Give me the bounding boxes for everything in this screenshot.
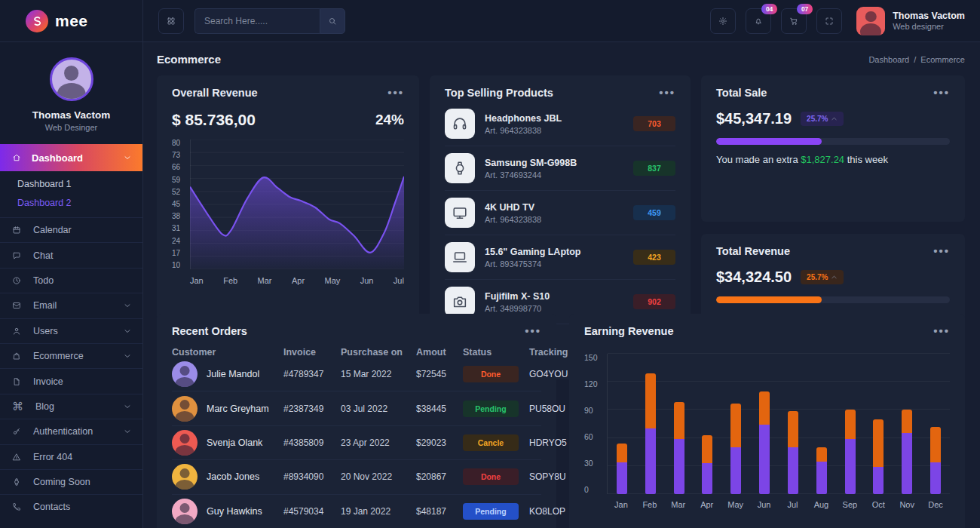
x-tick-label: Jul xyxy=(394,276,404,285)
customer-avatar xyxy=(172,499,198,524)
notification-badge: 04 xyxy=(761,4,777,14)
sidebar-item-ecommerce[interactable]: Ecommerce xyxy=(0,343,142,368)
sidebar-subitem-dashboard-1[interactable]: Dashboard 1 xyxy=(17,179,142,189)
product-thumbnail xyxy=(445,287,475,317)
bell-button[interactable]: 04 xyxy=(746,8,771,34)
search-button[interactable] xyxy=(320,8,345,34)
user-menu[interactable]: Thomas Vactom Web designer xyxy=(856,7,965,35)
topbar-left xyxy=(158,8,345,34)
chevron-down-icon xyxy=(123,301,132,310)
apps-menu-button[interactable] xyxy=(158,8,184,34)
column-header: Tracking xyxy=(529,347,568,358)
product-thumbnail xyxy=(445,198,475,228)
ellipsis-icon[interactable]: ••• xyxy=(659,89,675,97)
sidebar-item-email[interactable]: Email xyxy=(0,293,142,318)
status-badge: Cancle xyxy=(463,434,519,451)
column-header: Pusrchase on xyxy=(341,347,416,358)
recent-orders-card: Recent Orders ••• CustomerInvoicePusrcha… xyxy=(157,314,556,528)
expand-button[interactable] xyxy=(816,8,842,34)
tv-icon xyxy=(452,204,468,221)
bar-segment-top xyxy=(730,404,741,447)
product-count-badge: 459 xyxy=(633,205,675,220)
bar-stack xyxy=(730,404,741,494)
total-sale-amount: $45,347.19 xyxy=(716,110,792,127)
sidebar-subitem-dashboard-2[interactable]: Dashboard 2 xyxy=(17,198,142,208)
breadcrumb-separator: / xyxy=(914,55,916,64)
product-article: Art. 374693244 xyxy=(485,170,623,180)
sidebar-item-chat[interactable]: Chat xyxy=(0,242,142,267)
app-root: mee 0407 Thomas Vactom Web designer xyxy=(0,0,980,528)
brand-logo[interactable]: mee xyxy=(0,0,143,41)
product-list-item: 4K UHD TV Art. 964323838 459 xyxy=(445,191,675,235)
bar-segment-top xyxy=(873,419,884,467)
sidebar-item-dashboard[interactable]: Dashboard xyxy=(0,144,142,171)
bar-feb xyxy=(636,354,665,494)
area-chart-x-axis: JanFebMarAprMayJunJul xyxy=(190,276,404,285)
phone-icon xyxy=(12,502,21,511)
sidebar-item-error-404[interactable]: Error 404 xyxy=(0,444,142,469)
order-amount: $38445 xyxy=(416,404,463,414)
sidebar-item-users[interactable]: Users xyxy=(0,318,142,343)
product-name: Fujifilm X- S10 xyxy=(485,290,623,302)
ellipsis-icon[interactable]: ••• xyxy=(933,89,950,97)
product-count-badge: 423 xyxy=(633,250,675,265)
ellipsis-icon[interactable]: ••• xyxy=(387,89,404,97)
breadcrumb-ecommerce[interactable]: Ecommerce xyxy=(920,55,965,64)
customer-avatar xyxy=(172,464,198,490)
ellipsis-icon[interactable]: ••• xyxy=(525,327,541,335)
total-revenue-amount: $34,324.50 xyxy=(716,269,792,286)
search-input[interactable] xyxy=(194,8,320,34)
sidebar-item-coming-soon[interactable]: Coming Soon xyxy=(0,469,142,494)
bar-dec xyxy=(921,354,950,494)
bar-may xyxy=(721,354,750,494)
key-icon xyxy=(12,427,21,436)
sidebar-item-todo[interactable]: Todo xyxy=(0,268,142,293)
sidebar-item-label: Contacts xyxy=(33,502,132,512)
x-tick-label: Oct xyxy=(864,500,893,509)
customer-avatar xyxy=(172,430,198,456)
y-tick-label: 73 xyxy=(172,152,190,159)
bar-nov xyxy=(893,354,921,494)
bar-segment-bottom xyxy=(702,463,712,494)
gear-button[interactable] xyxy=(710,8,736,34)
table-row: Jacob Jones #8934090 20 Nov 2022 $20867 … xyxy=(172,460,541,494)
column-header: Amout xyxy=(416,347,463,358)
ellipsis-icon[interactable]: ••• xyxy=(933,327,950,335)
bag-icon xyxy=(12,351,21,361)
table-row: Svenja Olank #4385809 23 Apr 2022 $29023… xyxy=(172,426,541,460)
sidebar-item-contacts[interactable]: Contacts xyxy=(0,494,142,519)
revenue-area-chart: 8073665952453831241710 xyxy=(172,140,404,269)
order-amount: $72545 xyxy=(416,369,463,379)
sidebar-item-invoice[interactable]: Invoice xyxy=(0,368,142,393)
column-header: Invoice xyxy=(283,347,341,358)
status-badge: Pending xyxy=(463,503,519,520)
y-tick-label: 0 xyxy=(584,486,602,494)
sidebar-item-authentication[interactable]: Authentication xyxy=(0,419,142,444)
x-tick-label: Jul xyxy=(779,500,807,509)
product-list-item: Headphones JBL Art. 964323838 703 xyxy=(445,102,675,146)
y-tick-label: 52 xyxy=(172,189,190,196)
sidebar-item-blog[interactable]: ⌘ Blog xyxy=(0,394,142,419)
total-sale-progress xyxy=(716,138,950,145)
bar-stack xyxy=(759,391,770,494)
apps-grid-icon xyxy=(167,17,176,26)
order-amount: $48187 xyxy=(416,506,463,517)
x-tick-label: Mar xyxy=(258,276,272,285)
tracking-code: HDRYO5 xyxy=(529,437,567,448)
sidebar-item-calendar[interactable]: Calendar xyxy=(0,217,142,242)
y-tick-label: 59 xyxy=(172,177,190,184)
cart-button[interactable]: 07 xyxy=(781,8,807,34)
breadcrumb-dashboard[interactable]: Dashboard xyxy=(868,55,909,64)
x-tick-label: Jan xyxy=(190,276,204,285)
x-tick-label: Jun xyxy=(360,276,374,285)
user-role: Web designer xyxy=(893,22,965,31)
camera-icon xyxy=(452,293,468,310)
y-tick-label: 30 xyxy=(584,459,602,468)
bar-segment-top xyxy=(702,435,712,463)
invoice-number: #2387349 xyxy=(283,404,341,414)
total-sale-note: You made an extra $1,827.24 this week xyxy=(716,154,950,165)
customer-name: Svenja Olank xyxy=(207,437,262,448)
ellipsis-icon[interactable]: ••• xyxy=(933,247,950,255)
purchase-date: 15 Mar 2022 xyxy=(341,369,416,379)
bar-segment-top xyxy=(930,427,941,462)
